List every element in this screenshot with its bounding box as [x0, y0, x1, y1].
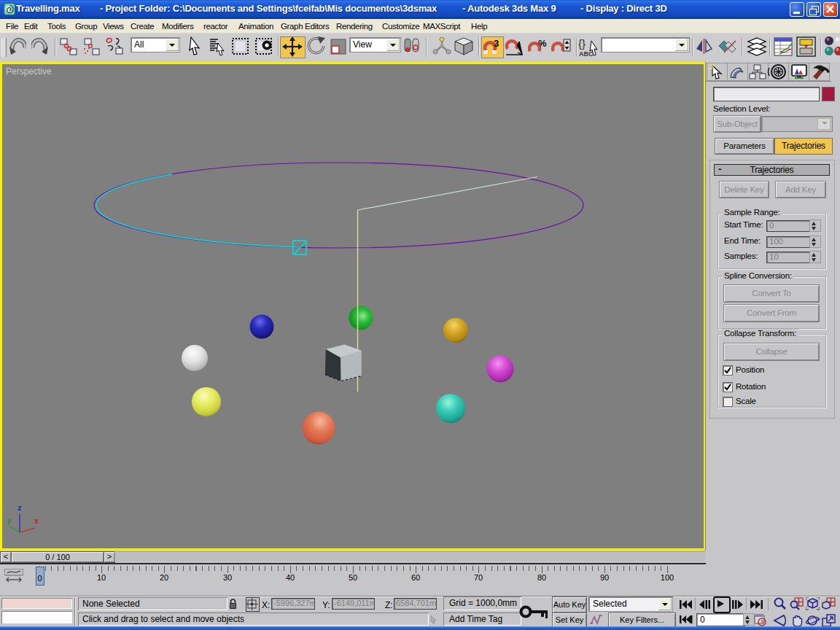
svg-text:y: y: [7, 516, 12, 524]
svg-text:x: x: [34, 516, 39, 525]
svg-text:z: z: [18, 503, 22, 512]
svg-text:ABC: ABC: [579, 50, 594, 58]
svg-text:{}: {}: [578, 37, 586, 50]
svg-text:%: %: [538, 38, 547, 49]
